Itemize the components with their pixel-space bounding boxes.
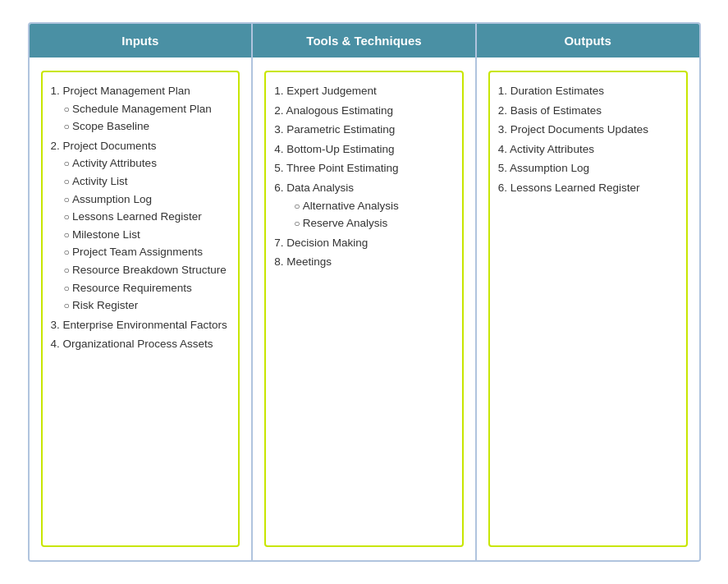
list-item: Milestone List [64,226,231,244]
list-item: 1. Duration Estimates [498,82,678,100]
outputs-inner: 1. Duration Estimates 2. Basis of Estima… [488,71,688,547]
sub-list: Schedule Management Plan Scope Baseline [51,100,231,136]
header-inputs: Inputs [30,24,254,57]
list-item: Activity List [64,172,231,191]
list-item: 3. Parametric Estimating [274,121,454,139]
header-row: Inputs Tools & Techniques Outputs [30,24,699,57]
list-item: 4. Organizational Process Assets [51,335,231,353]
body-row: 1. Project Management Plan Schedule Mana… [30,57,699,560]
main-table: Inputs Tools & Techniques Outputs 1. Pro… [28,22,701,562]
list-item: 3. Enterprise Environmental Factors [51,316,231,334]
inputs-cell: 1. Project Management Plan Schedule Mana… [30,57,254,560]
list-item: 2. Project Documents Activity Attributes… [51,137,231,315]
list-item: 2. Analogous Estimating [274,102,454,120]
list-item: Resource Requirements [64,279,231,297]
list-item: Resource Breakdown Structure [64,261,231,279]
list-item: 5. Three Point Estimating [274,159,454,177]
list-item: 2. Basis of Estimates [498,102,678,120]
list-item: 7. Decision Making [274,234,454,252]
list-item: 1. Expert Judgement [274,82,454,100]
list-item: Scope Baseline [64,117,231,136]
list-item: 6. Lessons Learned Register [498,179,678,197]
sub-list: Activity Attributes Activity List Assump… [51,154,231,314]
tools-cell: 1. Expert Judgement 2. Analogous Estimat… [253,57,477,560]
tools-inner: 1. Expert Judgement 2. Analogous Estimat… [264,71,464,547]
list-item: Project Team Assignments [64,243,231,261]
list-item: Activity Attributes [64,154,231,172]
list-item: 6. Data Analysis Alternative Analysis Re… [274,179,454,232]
list-item: Assumption Log [64,191,231,209]
list-item: Schedule Management Plan [64,100,231,118]
inputs-inner: 1. Project Management Plan Schedule Mana… [41,71,240,547]
header-outputs: Outputs [477,24,699,57]
list-item: 1. Project Management Plan Schedule Mana… [51,82,231,136]
list-item: Risk Register [64,297,231,315]
outputs-cell: 1. Duration Estimates 2. Basis of Estima… [477,57,699,560]
sub-list: Alternative Analysis Reserve Analysis [274,197,454,232]
list-item: Lessons Learned Register [64,208,231,226]
list-item: Reserve Analysis [294,214,454,232]
tools-list: 1. Expert Judgement 2. Analogous Estimat… [274,82,454,271]
list-item: 5. Assumption Log [498,159,678,177]
list-item: 8. Meetings [274,253,454,271]
header-tools: Tools & Techniques [253,24,477,57]
outputs-list: 1. Duration Estimates 2. Basis of Estima… [498,82,678,197]
inputs-list: 1. Project Management Plan Schedule Mana… [51,82,231,353]
list-item: 4. Activity Attributes [498,140,678,159]
list-item: 4. Bottom-Up Estimating [274,140,454,159]
list-item: 3. Project Documents Updates [498,121,678,139]
list-item: Alternative Analysis [294,197,454,215]
